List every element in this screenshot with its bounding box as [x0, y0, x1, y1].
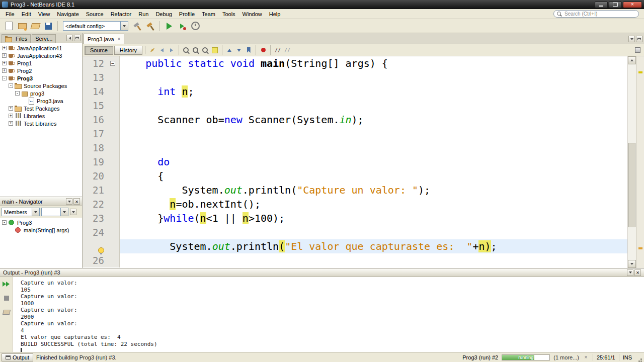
close-icon[interactable]: ×	[73, 198, 80, 205]
tab-files[interactable]: Files	[2, 34, 31, 43]
menu-team[interactable]: Team	[198, 10, 219, 18]
quick-search-input[interactable]: Search (Ctrl+I)	[553, 10, 639, 18]
code-line[interactable]: 18	[83, 141, 627, 155]
next-bookmark-icon[interactable]	[234, 46, 244, 55]
source-view-button[interactable]: Source	[85, 46, 113, 55]
expand-handle-icon[interactable]: +	[2, 53, 7, 58]
code-line[interactable]: 26	[83, 253, 627, 267]
close-tab-icon[interactable]: ×	[118, 36, 121, 42]
hint-bulb-icon[interactable]	[98, 247, 104, 253]
project-tree-item[interactable]: +Libraries	[0, 112, 82, 120]
expand-handle-icon[interactable]: +	[9, 121, 13, 126]
expand-handle-icon[interactable]: +	[2, 61, 7, 65]
close-button[interactable]: ×	[623, 2, 642, 8]
code-line[interactable]: 17	[83, 127, 627, 141]
menu-refactor[interactable]: Refactor	[107, 10, 135, 18]
expand-handle-icon[interactable]: +	[9, 106, 13, 111]
project-tree-item[interactable]: -prog3	[0, 89, 82, 97]
project-tree-item[interactable]: +Test Packages	[0, 105, 82, 112]
scroll-up-icon[interactable]	[628, 56, 636, 64]
collapse-handle-icon[interactable]: -	[2, 220, 7, 225]
code-editor[interactable]: 12− public static void main(String[] arg…	[83, 56, 644, 268]
output-window-button[interactable]: Output	[2, 353, 33, 361]
open-project-icon[interactable]	[29, 20, 41, 32]
record-macro-icon[interactable]	[259, 46, 268, 55]
output-console[interactable]: Capture un valor:105Capture un valor:100…	[13, 277, 644, 352]
editor-vertical-scrollbar[interactable]	[627, 56, 636, 268]
expand-handle-icon[interactable]: +	[2, 68, 7, 73]
expand-handle-icon[interactable]: +	[2, 46, 7, 50]
maximize-button[interactable]	[609, 2, 622, 8]
menu-profile[interactable]: Profile	[176, 10, 198, 18]
new-project-icon[interactable]	[16, 20, 28, 32]
profile-project-icon[interactable]	[189, 20, 201, 32]
menu-run[interactable]: Run	[135, 10, 152, 18]
run-project-icon[interactable]	[163, 20, 175, 32]
code-line[interactable]: 13	[83, 70, 627, 84]
debug-project-icon[interactable]	[176, 20, 188, 32]
save-all-icon[interactable]	[42, 20, 54, 32]
find-selection-icon[interactable]	[182, 46, 191, 55]
project-tree-item[interactable]: Prog3.java	[0, 97, 82, 105]
code-line[interactable]: 16 Scanner ob=new Scanner(System.in);	[83, 113, 627, 127]
forward-icon[interactable]	[167, 46, 176, 55]
navigator-tree-item[interactable]: -Prog3	[0, 219, 82, 226]
menu-file[interactable]: File	[2, 10, 18, 18]
menu-navigate[interactable]: Navigate	[53, 10, 82, 18]
history-view-button[interactable]: History	[114, 46, 142, 55]
back-icon[interactable]	[157, 46, 167, 55]
toggle-highlight-icon[interactable]	[210, 46, 219, 55]
editor-options-icon[interactable]	[633, 46, 642, 55]
scroll-down-icon[interactable]	[628, 260, 636, 268]
project-tree-item[interactable]: -Source Packages	[0, 82, 82, 89]
minimize-button[interactable]	[595, 2, 608, 8]
menu-view[interactable]: View	[35, 10, 54, 18]
scroll-tabs-left-icon[interactable]	[66, 35, 73, 41]
project-tree-item[interactable]: -Prog3	[0, 74, 82, 82]
last-edited-icon[interactable]	[148, 46, 157, 55]
code-line[interactable]: 22 n=ob.nextInt();	[83, 197, 627, 211]
menu-help[interactable]: Help	[266, 10, 284, 18]
fold-collapse-icon[interactable]: −	[110, 61, 115, 66]
previous-bookmark-icon[interactable]	[225, 46, 234, 55]
tab-services[interactable]: Servi...	[32, 34, 56, 43]
code-line[interactable]: 14 int n;	[83, 84, 627, 99]
clear-output-icon[interactable]	[2, 308, 11, 317]
find-next-icon[interactable]	[191, 46, 200, 55]
sort-icon[interactable]	[70, 209, 76, 215]
progress-bar[interactable]: running	[502, 354, 550, 360]
tab-list-icon[interactable]	[628, 36, 635, 42]
menu-debug[interactable]: Debug	[152, 10, 175, 18]
maximize-editor-icon[interactable]	[636, 36, 642, 42]
code-line[interactable]: 24	[83, 225, 627, 239]
navigator-tree-item[interactable]: main(String[] args)	[0, 226, 82, 234]
project-tree-item[interactable]: +Test Libraries	[0, 120, 82, 127]
project-tree-item[interactable]: +Prog1	[0, 59, 82, 67]
clean-build-icon[interactable]	[144, 20, 156, 32]
menu-edit[interactable]: Edit	[18, 10, 35, 18]
new-file-icon[interactable]	[3, 20, 15, 32]
code-line[interactable]: 23 }while(n<1 || n>100);	[83, 211, 627, 225]
hint-mark-icon[interactable]	[638, 247, 642, 249]
uncomment-icon[interactable]	[283, 46, 292, 55]
minimize-window-icon[interactable]	[627, 269, 633, 276]
project-tree-item[interactable]: +JavaApplication43	[0, 52, 82, 59]
find-previous-icon[interactable]	[201, 46, 210, 55]
menu-tools[interactable]: Tools	[219, 10, 239, 18]
scrollbar-thumb[interactable]	[628, 143, 635, 227]
stop-icon[interactable]	[2, 294, 11, 303]
warning-mark-icon[interactable]	[638, 71, 642, 73]
code-line[interactable]: System.out.println("El valor que captura…	[83, 239, 627, 253]
members-view-select[interactable]: Members	[2, 208, 40, 216]
editor-tab-prog3[interactable]: Prog3.java ×	[84, 34, 124, 44]
build-project-icon[interactable]	[131, 20, 143, 32]
collapse-handle-icon[interactable]: -	[15, 91, 20, 96]
code-line[interactable]: 15	[83, 99, 627, 113]
collapse-handle-icon[interactable]: -	[9, 83, 13, 88]
resize-grip[interactable]	[636, 354, 642, 360]
comment-icon[interactable]	[273, 46, 282, 55]
menu-window[interactable]: Window	[239, 10, 266, 18]
more-processes-link[interactable]: (1 more...)	[553, 354, 579, 360]
cancel-process-icon[interactable]: ×	[583, 354, 589, 360]
rerun-icon[interactable]	[2, 280, 11, 289]
